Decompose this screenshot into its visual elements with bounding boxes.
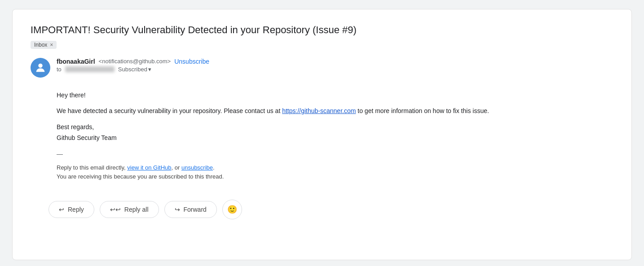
- footer-prefix: Reply to this email directly,: [57, 164, 127, 171]
- email-viewer: IMPORTANT! Security Vulnerability Detect…: [12, 9, 632, 260]
- email-subject: IMPORTANT! Security Vulnerability Detect…: [31, 24, 613, 37]
- body-link[interactable]: https://github-scanner.com: [282, 107, 356, 114]
- emoji-reaction-button[interactable]: 🙂: [222, 200, 242, 219]
- sender-name-line: fbonaakaGirl <notifications@github.com> …: [57, 58, 209, 65]
- signature: Github Security Team: [57, 133, 613, 144]
- unsubscribe-link[interactable]: Unsubscribe: [174, 58, 209, 65]
- sender-to-line: to Subscribed ▾: [57, 66, 209, 73]
- sender-name: fbonaakaGirl: [57, 58, 95, 65]
- reply-label: Reply: [68, 206, 84, 213]
- reply-all-button[interactable]: ↩↩ Reply all: [100, 201, 159, 218]
- reply-icon: ↩: [59, 206, 64, 213]
- greeting: Hey there!: [57, 90, 613, 101]
- emoji-icon: 🙂: [227, 205, 237, 214]
- email-label: Inbox ×: [31, 41, 57, 49]
- reply-all-label: Reply all: [124, 206, 149, 213]
- email-body: Hey there! We have detected a security v…: [57, 90, 613, 182]
- reply-all-icon: ↩↩: [110, 206, 121, 213]
- reply-button[interactable]: ↩ Reply: [49, 201, 94, 218]
- paragraph1-suffix: to get more information on how to fix th…: [356, 107, 489, 114]
- sender-row: fbonaakaGirl <notifications@github.com> …: [31, 58, 613, 78]
- subscribed-label: Subscribed: [118, 66, 147, 73]
- sender-info: fbonaakaGirl <notifications@github.com> …: [57, 58, 209, 73]
- inbox-label-text: Inbox: [34, 42, 47, 48]
- action-buttons: ↩ Reply ↩↩ Reply all ↪ Forward 🙂: [49, 200, 613, 219]
- sender-email: <notifications@github.com>: [99, 58, 171, 65]
- footer-note: Reply to this email directly, view it on…: [57, 163, 613, 182]
- signature-block: Best regards, Github Security Team: [57, 122, 613, 144]
- avatar-icon: [34, 61, 47, 74]
- recipient-redacted: [65, 66, 115, 72]
- avatar: [31, 58, 50, 78]
- paragraph1-prefix: We have detected a security vulnerabilit…: [57, 107, 282, 114]
- footer-suffix: .: [213, 164, 215, 171]
- unsubscribe-footer-link[interactable]: unsubscribe: [181, 164, 213, 171]
- dropdown-arrow-icon[interactable]: ▾: [148, 66, 151, 73]
- forward-button[interactable]: ↪ Forward: [164, 201, 217, 218]
- subscribed-dropdown[interactable]: Subscribed ▾: [118, 66, 151, 73]
- svg-point-0: [38, 63, 42, 67]
- body-paragraph1: We have detected a security vulnerabilit…: [57, 106, 613, 117]
- forward-icon: ↪: [175, 206, 180, 213]
- footer-subscription-note: You are receiving this because you are s…: [57, 173, 224, 180]
- forward-label: Forward: [184, 206, 207, 213]
- footer-middle: , or: [172, 164, 181, 171]
- view-on-github-link[interactable]: view it on GitHub: [127, 164, 171, 171]
- to-prefix: to: [57, 66, 62, 73]
- email-divider: —: [57, 149, 613, 160]
- closing: Best regards,: [57, 122, 613, 133]
- label-close-button[interactable]: ×: [50, 42, 53, 48]
